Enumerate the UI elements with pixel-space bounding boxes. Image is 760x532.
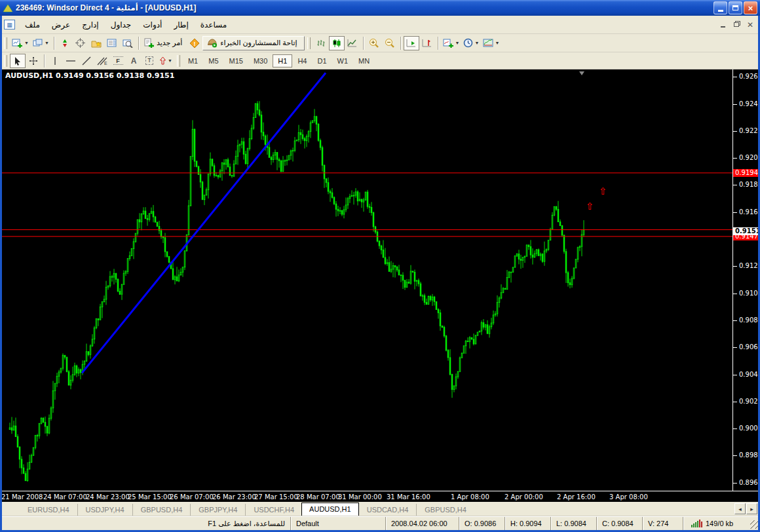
tab-scroll-left-button[interactable]: ◂ [734, 503, 746, 514]
tab-usdcad-h4[interactable]: USDCAD,H4 [359, 504, 417, 516]
x-axis-label: 26 Mar 07:00 [170, 493, 214, 501]
templates-button[interactable]: ▼ [481, 36, 501, 50]
up-arrow-object[interactable]: ⇧ [586, 200, 594, 212]
y-axis-tick: 0.8965 [739, 479, 760, 487]
zoom-in-button[interactable] [366, 36, 382, 50]
chart-shift-button[interactable] [419, 36, 435, 50]
price-plot[interactable]: ⇧⇧ [0, 69, 732, 491]
tab-audusd-h1[interactable]: AUDUSD,H1 [301, 503, 359, 516]
new-chart-button[interactable]: ▼ [10, 36, 31, 50]
standard-toolbar: ▼ ▼ أمر جديد ! إتاحة [0, 34, 760, 52]
maximize-button[interactable] [729, 1, 742, 14]
time-axis[interactable]: 21 Mar 200824 Mar 07:0024 Mar 23:0025 Ma… [0, 491, 760, 502]
timeframe-m15-button[interactable]: M15 [224, 54, 248, 67]
timeframe-m5-button[interactable]: M5 [203, 54, 223, 67]
up-arrow-object[interactable]: ⇧ [599, 185, 607, 197]
indicators-button[interactable]: ▼ [441, 36, 462, 50]
tab-usdjpy-h4[interactable]: USDJPY,H4 [77, 504, 132, 516]
strategy-tester-button[interactable] [120, 36, 136, 50]
chart-ohlc-label: AUDUSD,H1 0.9149 0.9156 0.9138 0.9151 [5, 71, 174, 80]
bar-chart-button[interactable] [313, 36, 329, 50]
timeframe-h1-button[interactable]: H1 [273, 54, 292, 67]
tab-gbpusd-h4-2[interactable]: GBPUSD,H4 [416, 504, 474, 516]
periods-button[interactable]: ▼ [461, 36, 481, 50]
zoom-out-button[interactable] [382, 36, 398, 50]
new-order-button[interactable]: أمر جديد [142, 36, 187, 50]
child-minimize-button[interactable] [717, 20, 729, 29]
child-close-button[interactable]: ✕ [744, 20, 756, 29]
fibonacci-icon: F [113, 56, 123, 65]
toolbar-grip[interactable] [307, 37, 311, 49]
timeframe-m30-button[interactable]: M30 [248, 54, 273, 67]
data-window-button[interactable] [73, 36, 88, 50]
timeframe-mn-button[interactable]: MN [353, 54, 375, 67]
line-chart-icon [347, 39, 357, 47]
status-connection: 149/0 kb [683, 517, 760, 530]
timeframe-h4-button[interactable]: H4 [292, 54, 312, 67]
y-axis-tick: 0.9165 [739, 208, 760, 216]
y-axis-tick: 0.9265 [739, 73, 760, 81]
chart-tab-bar: EURUSD,H4 USDJPY,H4 GBPUSD,H4 GBPJPY,H4 … [0, 502, 760, 516]
toolbar-grip[interactable] [4, 37, 7, 49]
menu-tools[interactable]: أدوات [137, 18, 168, 31]
channel-button[interactable]: E [94, 54, 110, 68]
svg-text:!: ! [194, 40, 196, 47]
connection-signal-icon [691, 520, 703, 527]
toolbar-separator [363, 37, 364, 50]
text-label-button[interactable]: T [142, 54, 157, 68]
tab-gbpusd-h4[interactable]: GBPUSD,H4 [132, 504, 191, 516]
text-button[interactable]: A [126, 54, 142, 68]
price-axis[interactable]: 0.92650.92450.92250.92050.91850.91650.91… [732, 69, 760, 491]
tab-eurusd-h4[interactable]: EURUSD,H4 [20, 504, 77, 516]
menu-window[interactable]: إطار [168, 18, 194, 31]
vertical-line-icon [52, 56, 58, 66]
alert-button[interactable]: ! [187, 36, 202, 50]
cursor-button[interactable] [10, 54, 26, 68]
navigator-button[interactable] [88, 36, 104, 50]
crosshair-button[interactable] [26, 54, 41, 68]
shift-marker[interactable] [579, 71, 584, 75]
x-axis-label: 24 Mar 07:00 [43, 493, 87, 501]
child-restore-button[interactable] [731, 20, 742, 29]
menu-insert[interactable]: إدارج [76, 18, 105, 31]
line-chart-button[interactable] [345, 36, 360, 50]
profiles-button[interactable]: ▼ [31, 36, 51, 50]
new-order-label: أمر جديد [157, 39, 182, 47]
candlestick-chart-icon [332, 39, 341, 48]
x-axis-label: 26 Mar 23:00 [212, 493, 256, 501]
menu-file[interactable]: ملف [19, 18, 46, 31]
arrows-tool-button[interactable]: ▼ [157, 54, 174, 68]
trendline-button[interactable] [79, 54, 94, 68]
timeframe-w1-button[interactable]: W1 [332, 54, 354, 67]
tab-scroll-right-button[interactable]: ▸ [746, 503, 757, 514]
y-axis-tick: 0.9085 [739, 316, 760, 324]
vertical-line-button[interactable] [47, 54, 63, 68]
enable-experts-button[interactable]: إتاحة المستشارون الخبراء [202, 36, 304, 50]
status-volume: V: 274 [642, 517, 683, 530]
menu-help[interactable]: مساعدة [195, 18, 233, 31]
chart-area[interactable]: ⇧⇧ 0.92650.92450.92250.92050.91850.91650… [0, 69, 760, 502]
toolbar-grip[interactable] [4, 55, 7, 67]
chart-window-icon[interactable]: ▦ [4, 20, 15, 29]
terminal-button[interactable] [104, 36, 120, 50]
menu-view[interactable]: عرض [46, 18, 76, 31]
timeframe-m1-button[interactable]: M1 [183, 54, 203, 67]
tab-gbpjpy-h4[interactable]: GBPJPY,H4 [190, 504, 245, 516]
close-button[interactable]: × [744, 1, 757, 14]
minimize-button[interactable] [713, 1, 727, 14]
candlestick-chart-button[interactable] [329, 36, 345, 50]
auto-scroll-button[interactable] [404, 36, 419, 50]
x-axis-label: 27 Mar 15:00 [254, 493, 298, 501]
fibonacci-button[interactable]: F [110, 54, 126, 68]
menu-charts[interactable]: جداول [105, 18, 138, 31]
tab-usdchf-h4[interactable]: USDCHF,H4 [245, 504, 302, 516]
status-profile[interactable]: Default [290, 517, 385, 530]
horizontal-line-button[interactable] [63, 54, 79, 68]
market-watch-button[interactable] [57, 36, 73, 50]
zoom-out-icon [385, 38, 395, 48]
timeframe-d1-button[interactable]: D1 [312, 54, 332, 67]
market-watch-icon [60, 39, 69, 48]
toolbar-grip[interactable] [177, 55, 180, 67]
trendline-object[interactable] [82, 73, 326, 373]
strategy-tester-icon [123, 39, 133, 48]
